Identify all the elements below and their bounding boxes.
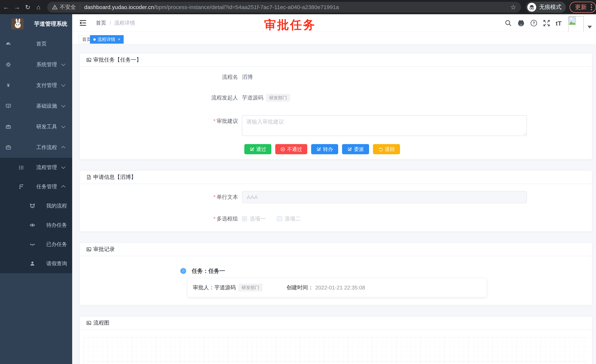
sidebar-item-leave-query[interactable]: 请假查询	[0, 254, 72, 273]
face-icon	[30, 203, 35, 209]
browser-reload-button[interactable]: ↻	[23, 2, 32, 12]
timeline-task-row: 任务：任务一	[80, 267, 592, 275]
sidebar-item-label: 请假查询	[46, 260, 67, 267]
assignee-label: 审批人：	[193, 284, 214, 291]
picture-icon	[86, 320, 91, 326]
checkbox-group-label: *多选框组	[179, 215, 238, 223]
font-size-icon[interactable]: tT	[556, 20, 562, 27]
sidebar-item-done-tasks[interactable]: 已办任务	[0, 235, 72, 254]
sidebar-item-process-management[interactable]: 流程管理	[0, 158, 72, 177]
opinion-label: *审批建议	[179, 115, 238, 125]
breadcrumb-home[interactable]: 首页	[96, 19, 106, 26]
browser-menu-icon[interactable]	[591, 4, 592, 11]
sidebar-item-label: 首页	[36, 40, 47, 47]
tab-label: 首页	[82, 36, 91, 42]
single-text-row: *单行文本 AAA	[80, 191, 592, 203]
sidebar-item-label: 研发工具	[36, 123, 57, 130]
sidebar-item-todo-tasks[interactable]: 待办任务	[0, 216, 72, 235]
delegate-button[interactable]: 委派	[342, 144, 369, 154]
sidebar-item-label: 流程管理	[36, 164, 57, 171]
broken-image-icon	[569, 16, 577, 26]
sidebar: 芋道管理系统 首页 系统管理 ¥ 支付管理	[0, 14, 72, 364]
resize-grip-icon[interactable]	[523, 132, 526, 135]
tags-view-bar: 首页 流程详情 ×	[72, 31, 596, 44]
checkbox-label: 选项二	[285, 215, 301, 223]
transfer-button[interactable]: 转办	[311, 144, 338, 154]
bpmn-canvas[interactable]	[83, 337, 589, 364]
list-icon	[19, 165, 24, 170]
address-bar[interactable]: 不安全 dashboard.yudao.iocoder.cn/bpm/proce…	[47, 2, 521, 13]
sidebar-item-my-process[interactable]: 我的流程	[0, 196, 72, 216]
workflow-submenu: 流程管理 任务管理 我的流程 待办任务	[0, 158, 72, 273]
sidebar-collapse-icon[interactable]	[79, 19, 87, 27]
assignee-name: 芋道源码	[214, 284, 236, 291]
undo-icon	[378, 147, 383, 152]
sidebar-item-task-management[interactable]: 任务管理	[0, 177, 72, 196]
opinion-textarea[interactable]: 请输入审批建议	[242, 115, 527, 136]
incognito-icon	[527, 3, 536, 12]
sidebar-item-workflow[interactable]: 工作流程	[0, 137, 72, 158]
required-asterisk: *	[213, 118, 216, 124]
approve-record-card: 审批记录 任务：任务一 审批人： 芋道源码 研发部门 创建时间： 2022-01…	[80, 243, 592, 305]
search-icon[interactable]	[505, 19, 512, 27]
github-icon[interactable]	[517, 19, 525, 27]
browser-back-button[interactable]: ←	[1, 2, 11, 12]
browser-forward-button[interactable]: →	[12, 2, 22, 12]
opinion-placeholder: 请输入审批建议	[246, 118, 284, 126]
sidebar-item-infrastructure[interactable]: 基础设施	[0, 96, 72, 116]
avatar-dropdown-caret-icon[interactable]	[588, 26, 592, 29]
card-title: 申请信息【滔博】	[93, 174, 136, 181]
sidebar-item-system[interactable]: 系统管理	[0, 54, 72, 75]
chevron-down-icon	[61, 103, 66, 108]
chevron-down-icon	[61, 124, 66, 128]
url-path: /bpm/process-instance/detail?id=54aa251f…	[154, 4, 339, 10]
initiator-name: 芋道源码	[242, 94, 263, 102]
sidebar-item-label: 工作流程	[36, 144, 57, 151]
tab-process-detail[interactable]: 流程详情 ×	[90, 35, 124, 44]
sidebar-item-label: 我的流程	[46, 202, 67, 209]
tab-label: 流程详情	[97, 36, 115, 42]
app-logo-row: 芋道管理系统	[0, 14, 72, 34]
yen-icon: ¥	[6, 82, 11, 88]
create-time-value: 2022-01-21 22:35:08	[315, 285, 365, 291]
opinion-row: *审批建议 请输入审批建议	[80, 115, 592, 136]
browser-chrome: ← → ↻ ⌂ 不安全 dashboard.yudao.iocoder.cn/b…	[0, 0, 596, 14]
incognito-label: 无痕模式	[539, 3, 561, 11]
briefcase-icon	[6, 145, 11, 150]
browser-home-button[interactable]: ⌂	[34, 2, 43, 12]
timeline-clock-icon	[181, 268, 186, 274]
single-text-input: AAA	[242, 191, 527, 203]
update-button[interactable]: 更新	[570, 2, 596, 13]
initiator-dept-tag: 研发部门	[266, 94, 290, 102]
return-button[interactable]: 退回	[373, 144, 400, 154]
security-label[interactable]: 不安全	[60, 4, 76, 11]
required-asterisk: *	[213, 216, 216, 222]
top-navbar: 首页 / 流程详情 审批任务 ? tT	[72, 14, 596, 31]
help-icon[interactable]: ?	[530, 19, 537, 27]
checkbox-checked-icon: ✓	[242, 216, 247, 221]
timeline-task-title: 任务：任务一	[192, 267, 225, 275]
sidebar-item-label: 待办任务	[46, 222, 67, 229]
fullscreen-icon[interactable]	[543, 19, 550, 27]
sidebar-item-home[interactable]: 首页	[0, 34, 72, 54]
process-name-label: 流程名	[179, 73, 238, 81]
breadcrumb-current: 流程详情	[114, 19, 135, 26]
checkbox-group: ✓ 选项一 选项二	[242, 215, 312, 223]
create-time-label: 创建时间：	[287, 284, 313, 291]
process-diagram-card-header: 流程图	[80, 316, 592, 330]
bookmark-star-icon[interactable]: ☆	[510, 3, 516, 11]
pass-button[interactable]: 通过	[244, 144, 271, 154]
svg-text:?: ?	[533, 21, 535, 25]
sidebar-item-devtools[interactable]: 研发工具	[0, 116, 72, 137]
gear-icon	[6, 62, 11, 67]
update-label: 更新	[575, 3, 587, 11]
sidebar-item-payment[interactable]: ¥ 支付管理	[0, 75, 72, 96]
reject-button[interactable]: 不通过	[275, 144, 307, 154]
picture-icon	[86, 57, 91, 63]
chevron-up-icon	[61, 185, 66, 189]
avatar[interactable]	[568, 16, 584, 32]
incognito-badge: 无痕模式	[526, 2, 566, 13]
sidebar-item-label: 基础设施	[36, 102, 57, 109]
process-name-row: 流程名 滔博	[80, 73, 592, 81]
close-tab-icon[interactable]: ×	[118, 37, 120, 41]
